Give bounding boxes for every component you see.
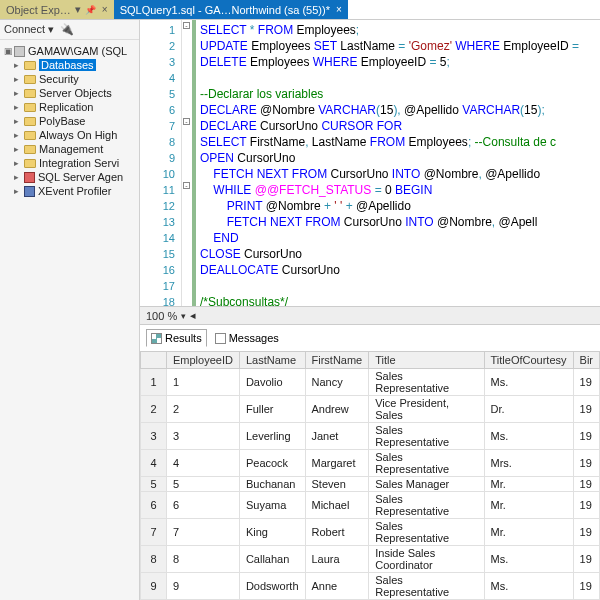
- cell[interactable]: 19: [573, 519, 599, 546]
- expand-icon[interactable]: ▸: [14, 186, 24, 196]
- table-row[interactable]: 55BuchananStevenSales ManagerMr.19: [141, 477, 600, 492]
- close-icon[interactable]: ×: [336, 4, 342, 15]
- cell[interactable]: 7: [141, 519, 167, 546]
- table-row[interactable]: 11DavolioNancySales RepresentativeMs.19: [141, 369, 600, 396]
- cell[interactable]: 9: [141, 573, 167, 600]
- cell[interactable]: 6: [141, 492, 167, 519]
- cell[interactable]: 2: [167, 396, 240, 423]
- cell[interactable]: 4: [167, 450, 240, 477]
- results-grid[interactable]: EmployeeIDLastNameFirstNameTitleTitleOfC…: [140, 351, 600, 600]
- table-row[interactable]: 33LeverlingJanetSales RepresentativeMs.1…: [141, 423, 600, 450]
- column-header[interactable]: Bir: [573, 352, 599, 369]
- close-icon[interactable]: ×: [102, 4, 108, 15]
- cell[interactable]: 5: [141, 477, 167, 492]
- expand-icon[interactable]: ▸: [14, 116, 24, 126]
- cell[interactable]: 4: [141, 450, 167, 477]
- cell[interactable]: 19: [573, 396, 599, 423]
- table-row[interactable]: 88CallahanLauraInside Sales CoordinatorM…: [141, 546, 600, 573]
- cell[interactable]: Andrew: [305, 396, 369, 423]
- column-header[interactable]: LastName: [239, 352, 305, 369]
- expand-icon[interactable]: ▸: [14, 158, 24, 168]
- expand-icon[interactable]: ▸: [14, 60, 24, 70]
- tree-item[interactable]: ▸Server Objects: [0, 86, 139, 100]
- cell[interactable]: 8: [167, 546, 240, 573]
- tab-query[interactable]: SQLQuery1.sql - GA…Northwind (sa (55))* …: [114, 0, 348, 19]
- cell[interactable]: Sales Representative: [369, 450, 484, 477]
- fold-icon[interactable]: -: [183, 22, 190, 29]
- expand-icon[interactable]: ▸: [14, 130, 24, 140]
- tree-item[interactable]: ▸Security: [0, 72, 139, 86]
- cell[interactable]: Leverling: [239, 423, 305, 450]
- fold-icon[interactable]: -: [183, 182, 190, 189]
- tree-item[interactable]: ▸Management: [0, 142, 139, 156]
- cell[interactable]: Callahan: [239, 546, 305, 573]
- cell[interactable]: 9: [167, 573, 240, 600]
- cell[interactable]: Vice President, Sales: [369, 396, 484, 423]
- tab-messages[interactable]: Messages: [211, 330, 283, 346]
- cell[interactable]: Peacock: [239, 450, 305, 477]
- cell[interactable]: Laura: [305, 546, 369, 573]
- tree-item[interactable]: ▸Integration Servi: [0, 156, 139, 170]
- zoom-level[interactable]: 100 %: [146, 310, 177, 322]
- expand-icon[interactable]: ▸: [14, 102, 24, 112]
- chevron-left-icon[interactable]: ◂: [190, 309, 196, 322]
- tree-item[interactable]: ▸XEvent Profiler: [0, 184, 139, 198]
- cell[interactable]: 19: [573, 477, 599, 492]
- cell[interactable]: Michael: [305, 492, 369, 519]
- cell[interactable]: Robert: [305, 519, 369, 546]
- cell[interactable]: Dr.: [484, 396, 573, 423]
- cell[interactable]: Fuller: [239, 396, 305, 423]
- cell[interactable]: Ms.: [484, 573, 573, 600]
- cell[interactable]: 19: [573, 492, 599, 519]
- table-row[interactable]: 44PeacockMargaretSales RepresentativeMrs…: [141, 450, 600, 477]
- cell[interactable]: Mr.: [484, 492, 573, 519]
- cell[interactable]: 3: [141, 423, 167, 450]
- cell[interactable]: Ms.: [484, 369, 573, 396]
- cell[interactable]: 19: [573, 423, 599, 450]
- cell[interactable]: 6: [167, 492, 240, 519]
- cell[interactable]: Sales Manager: [369, 477, 484, 492]
- cell[interactable]: Dodsworth: [239, 573, 305, 600]
- cell[interactable]: Suyama: [239, 492, 305, 519]
- table-row[interactable]: 99DodsworthAnneSales RepresentativeMs.19: [141, 573, 600, 600]
- cell[interactable]: Margaret: [305, 450, 369, 477]
- pin-icon[interactable]: 📌: [85, 5, 96, 15]
- cell[interactable]: Sales Representative: [369, 369, 484, 396]
- tab-results[interactable]: Results: [146, 329, 207, 347]
- cell[interactable]: Mrs.: [484, 450, 573, 477]
- cell[interactable]: 2: [141, 396, 167, 423]
- cell[interactable]: Davolio: [239, 369, 305, 396]
- collapse-icon[interactable]: ▣: [4, 46, 14, 56]
- cell[interactable]: 3: [167, 423, 240, 450]
- cell[interactable]: Anne: [305, 573, 369, 600]
- tree-item[interactable]: ▸Replication: [0, 100, 139, 114]
- expand-icon[interactable]: ▸: [14, 172, 24, 182]
- cell[interactable]: Nancy: [305, 369, 369, 396]
- column-header[interactable]: [141, 352, 167, 369]
- cell[interactable]: Inside Sales Coordinator: [369, 546, 484, 573]
- connect-button[interactable]: Connect ▾: [4, 23, 54, 36]
- expand-icon[interactable]: ▸: [14, 144, 24, 154]
- cell[interactable]: Mr.: [484, 519, 573, 546]
- expand-icon[interactable]: ▸: [14, 88, 24, 98]
- cell[interactable]: Steven: [305, 477, 369, 492]
- connect-icon[interactable]: 🔌: [60, 23, 74, 36]
- tree-item[interactable]: ▸PolyBase: [0, 114, 139, 128]
- cell[interactable]: Sales Representative: [369, 519, 484, 546]
- tree-item[interactable]: ▸Databases: [0, 58, 139, 72]
- cell[interactable]: 5: [167, 477, 240, 492]
- cell[interactable]: 1: [167, 369, 240, 396]
- cell[interactable]: 1: [141, 369, 167, 396]
- cell[interactable]: Ms.: [484, 546, 573, 573]
- table-row[interactable]: 77KingRobertSales RepresentativeMr.19: [141, 519, 600, 546]
- cell[interactable]: Buchanan: [239, 477, 305, 492]
- table-row[interactable]: 66SuyamaMichaelSales RepresentativeMr.19: [141, 492, 600, 519]
- tree-item[interactable]: ▸SQL Server Agen: [0, 170, 139, 184]
- cell[interactable]: 8: [141, 546, 167, 573]
- cell[interactable]: 19: [573, 546, 599, 573]
- expand-icon[interactable]: ▸: [14, 74, 24, 84]
- cell[interactable]: Sales Representative: [369, 492, 484, 519]
- table-row[interactable]: 22FullerAndrewVice President, SalesDr.19: [141, 396, 600, 423]
- column-header[interactable]: FirstName: [305, 352, 369, 369]
- cell[interactable]: 19: [573, 450, 599, 477]
